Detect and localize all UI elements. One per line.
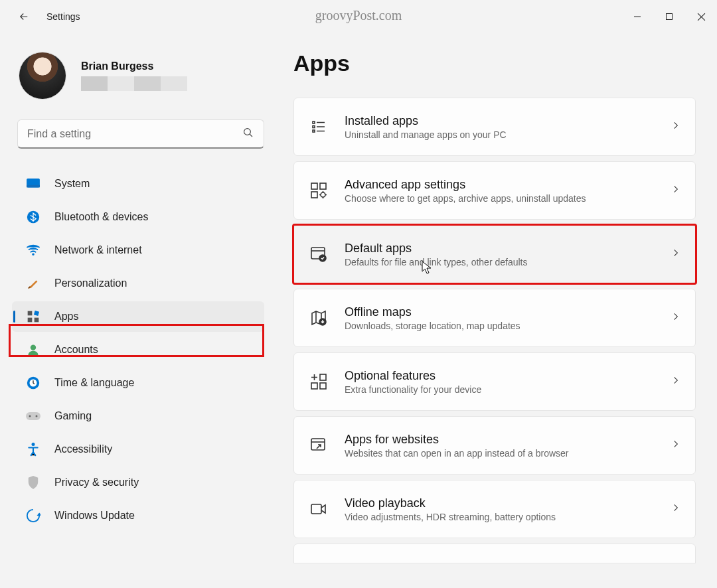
panel-apps-for-websites[interactable]: Apps for websites Websites that can open… [293, 416, 696, 475]
chevron-right-icon [671, 503, 680, 515]
sidebar-item-personalization[interactable]: Personalization [12, 268, 264, 299]
svg-rect-27 [320, 374, 326, 380]
avatar [19, 52, 66, 100]
close-button[interactable] [685, 4, 717, 29]
panel-title: Apps for websites [345, 433, 671, 447]
panel-subtitle: Choose where to get apps, archive apps, … [345, 193, 671, 204]
panel-startup-stub[interactable]: Startup [293, 544, 696, 563]
svg-rect-18 [313, 130, 315, 132]
search-box[interactable] [17, 119, 264, 149]
shield-icon [25, 475, 41, 490]
search-input[interactable] [27, 128, 242, 140]
chevron-right-icon [671, 376, 680, 388]
sidebar-item-label: Gaming [54, 410, 92, 422]
sidebar-item-bluetooth[interactable]: Bluetooth & devices [12, 202, 264, 232]
nav-list: System Bluetooth & devices Network & int… [12, 167, 264, 532]
sidebar-item-label: Accessibility [54, 443, 112, 455]
window-link-icon [309, 435, 329, 455]
panel-optional-features[interactable]: Optional features Extra functionality fo… [293, 352, 696, 411]
sidebar-item-label: Windows Update [54, 510, 135, 522]
panel-offline-maps[interactable]: Offline maps Downloads, storage location… [293, 289, 696, 347]
minimize-button[interactable] [621, 4, 653, 29]
sidebar-item-update[interactable]: Windows Update [12, 500, 264, 531]
sidebar-item-label: Apps [54, 311, 78, 323]
person-icon [25, 342, 41, 358]
main-content: Apps Installed apps Uninstall and manage… [264, 33, 717, 588]
sidebar-item-label: Personalization [54, 277, 127, 289]
svg-rect-20 [320, 183, 326, 189]
window-check-icon [309, 244, 329, 264]
panel-title: Offline maps [345, 305, 671, 319]
svg-point-1 [244, 128, 251, 135]
sidebar-item-label: Accounts [54, 344, 98, 356]
panel-list: Installed apps Uninstall and manage apps… [293, 98, 696, 563]
panel-title: Installed apps [345, 114, 671, 128]
window-controls [621, 4, 717, 29]
brush-icon [25, 275, 41, 291]
chevron-right-icon [671, 439, 680, 451]
sidebar-item-label: Time & language [54, 377, 134, 389]
sidebar-item-label: Privacy & security [54, 477, 139, 488]
panel-subtitle: Uninstall and manage apps on your PC [345, 129, 671, 140]
page-title: Apps [293, 50, 696, 76]
sidebar-item-gaming[interactable]: Gaming [12, 401, 264, 431]
svg-rect-3 [27, 185, 40, 188]
watermark-text: groovyPost.com [315, 8, 402, 23]
sidebar-item-label: System [54, 178, 90, 190]
chevron-right-icon [671, 248, 680, 260]
sidebar: Brian Burgess System Bluetooth & devices [0, 33, 264, 588]
svg-point-15 [32, 443, 35, 446]
sidebar-item-system[interactable]: System [12, 169, 264, 199]
panel-title: Advanced app settings [345, 178, 671, 192]
svg-point-9 [31, 345, 36, 350]
sidebar-item-network[interactable]: Network & internet [12, 235, 264, 265]
sidebar-item-time[interactable]: Time & language [12, 368, 264, 398]
panel-video-playback[interactable]: Video playback Video adjustments, HDR st… [293, 480, 696, 538]
panel-title: Default apps [345, 242, 671, 256]
window-title: Settings [46, 11, 80, 22]
panel-default-apps[interactable]: Default apps Defaults for file and link … [293, 225, 696, 283]
panel-subtitle: Extra functionality for your device [345, 384, 671, 395]
sidebar-item-label: Bluetooth & devices [54, 211, 148, 223]
video-icon [309, 499, 329, 519]
svg-rect-5 [28, 311, 33, 316]
profile-name: Brian Burgess [81, 60, 187, 72]
svg-rect-0 [667, 14, 673, 20]
sidebar-item-accounts[interactable]: Accounts [12, 334, 264, 365]
svg-rect-26 [311, 383, 317, 389]
chevron-right-icon [671, 312, 680, 324]
chevron-right-icon [671, 121, 680, 133]
svg-rect-12 [26, 412, 40, 420]
profile-email-redacted [81, 76, 187, 91]
map-download-icon [309, 308, 329, 328]
sidebar-item-label: Network & internet [54, 244, 142, 256]
svg-rect-6 [34, 311, 39, 316]
sidebar-item-accessibility[interactable]: Accessibility [12, 434, 264, 465]
accessibility-icon [25, 441, 41, 457]
svg-rect-16 [313, 121, 315, 123]
apps-icon [25, 309, 41, 325]
svg-point-22 [321, 192, 325, 197]
maximize-button[interactable] [653, 4, 685, 29]
svg-rect-7 [28, 318, 33, 323]
sidebar-item-privacy[interactable]: Privacy & security [12, 467, 264, 498]
panel-advanced-app-settings[interactable]: Advanced app settings Choose where to ge… [293, 161, 696, 220]
svg-rect-17 [313, 126, 315, 128]
svg-rect-30 [311, 504, 321, 514]
clock-globe-icon [25, 375, 41, 391]
system-icon [25, 176, 41, 192]
panel-installed-apps[interactable]: Installed apps Uninstall and manage apps… [293, 98, 696, 156]
svg-point-14 [36, 415, 38, 417]
back-button[interactable] [17, 10, 31, 23]
svg-point-13 [29, 415, 31, 417]
titlebar: Settings groovyPost.com [0, 0, 717, 33]
svg-rect-19 [311, 183, 317, 189]
grid-gear-icon [309, 181, 329, 200]
grid-plus-icon [309, 372, 329, 392]
profile-block[interactable]: Brian Burgess [12, 52, 264, 119]
bluetooth-icon [25, 209, 41, 225]
sidebar-item-apps[interactable]: Apps [12, 301, 264, 332]
panel-subtitle: Websites that can open in an app instead… [345, 448, 671, 459]
gamepad-icon [25, 408, 41, 424]
panel-title: Optional features [345, 369, 671, 383]
